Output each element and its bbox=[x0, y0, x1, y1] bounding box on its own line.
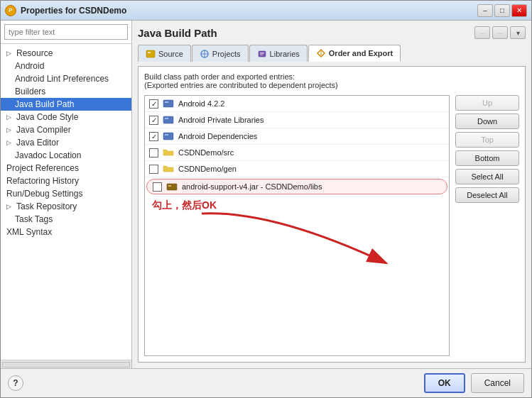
build-list-container: Android 4.2.2 Android Private Libraries bbox=[144, 95, 519, 356]
sidebar-item-label: Java Editor bbox=[16, 138, 59, 148]
sidebar-item-android-lint[interactable]: Android Lint Preferences bbox=[1, 72, 131, 85]
sidebar-item-android[interactable]: Android bbox=[1, 60, 131, 72]
tab-source-label: Source bbox=[158, 50, 183, 58]
svg-rect-0 bbox=[146, 50, 155, 57]
lib-icon bbox=[163, 114, 174, 126]
build-item-label: Android 4.2.2 bbox=[178, 99, 224, 108]
sidebar-item-label: Refactoring History bbox=[6, 176, 79, 186]
minimize-button[interactable]: – bbox=[477, 4, 493, 17]
sidebar-item-java-compiler[interactable]: ▷ Java Compiler bbox=[1, 123, 131, 136]
sidebar-item-refactoring[interactable]: Refactoring History bbox=[1, 175, 131, 187]
lib-icon bbox=[163, 131, 174, 142]
checkbox-support-jar[interactable] bbox=[153, 182, 162, 192]
nav-buttons: ← → ▾ bbox=[474, 26, 526, 39]
content-description: Build class path order and exported entr… bbox=[144, 72, 519, 89]
sidebar-item-xml-syntax[interactable]: XML Syntax bbox=[1, 226, 131, 238]
up-button[interactable]: Up bbox=[455, 95, 519, 111]
sidebar-item-java-editor[interactable]: ▷ Java Editor bbox=[1, 136, 131, 149]
svg-rect-13 bbox=[165, 118, 168, 119]
deselect-all-button[interactable]: Deselect All bbox=[455, 187, 519, 203]
build-item-label: CSDNDemo/src bbox=[178, 148, 234, 157]
tab-libraries[interactable]: Libraries bbox=[249, 45, 308, 62]
jar-icon bbox=[166, 181, 178, 192]
dialog-buttons: OK Cancel bbox=[424, 373, 524, 393]
sidebar-item-label: Builders bbox=[15, 87, 45, 96]
window-title: Properties for CSDNDemo bbox=[21, 6, 473, 16]
sidebar-item-label: Java Build Path bbox=[15, 99, 74, 109]
nav-dropdown-button[interactable]: ▾ bbox=[510, 26, 526, 39]
annotation-arrow bbox=[145, 196, 450, 274]
build-item-private-libs[interactable]: Android Private Libraries bbox=[145, 112, 449, 128]
source-icon bbox=[146, 49, 156, 59]
checkbox-private-libs[interactable] bbox=[149, 116, 158, 125]
svg-rect-11 bbox=[165, 101, 168, 103]
sidebar-item-label: Java Compiler bbox=[16, 125, 71, 135]
cancel-button[interactable]: Cancel bbox=[471, 373, 524, 393]
build-item-src[interactable]: CSDNDemo/src bbox=[145, 145, 449, 161]
bottom-bar: ? OK Cancel bbox=[1, 368, 531, 397]
maximize-button[interactable]: □ bbox=[494, 4, 510, 17]
build-item-support-jar[interactable]: android-support-v4.jar - CSDNDemo/libs bbox=[146, 179, 447, 194]
sidebar-item-builders[interactable]: Builders bbox=[1, 85, 131, 98]
tab-order-export-label: Order and Export bbox=[329, 49, 393, 57]
main-window: P Properties for CSDNDemo – □ ✕ ▷ Resour… bbox=[0, 0, 532, 398]
sidebar-item-label: Resource bbox=[16, 48, 53, 58]
tab-order-export[interactable]: Order and Export bbox=[308, 45, 401, 62]
sidebar-item-run-debug[interactable]: Run/Debug Settings bbox=[1, 187, 131, 200]
svg-rect-16 bbox=[167, 184, 177, 190]
ok-button[interactable]: OK bbox=[424, 373, 465, 393]
close-button[interactable]: ✕ bbox=[511, 4, 527, 17]
bottom-button[interactable]: Bottom bbox=[455, 150, 519, 166]
annotation-text: 勾上，然后OK bbox=[152, 199, 217, 212]
sidebar: ▷ Resource Android Android Lint Preferen… bbox=[1, 21, 132, 368]
build-item-dependencies[interactable]: Android Dependencies bbox=[145, 128, 449, 145]
expand-arrow: ▷ bbox=[6, 114, 13, 121]
sidebar-item-label: Java Code Style bbox=[16, 112, 78, 122]
description-line2: (Exported entries are contributed to dep… bbox=[144, 81, 519, 89]
checkbox-dependencies[interactable] bbox=[149, 132, 158, 141]
sidebar-item-label: XML Syntax bbox=[6, 227, 52, 237]
top-button[interactable]: Top bbox=[455, 132, 519, 148]
svg-rect-6 bbox=[260, 52, 264, 54]
tab-source[interactable]: Source bbox=[138, 45, 191, 62]
sidebar-item-label: Project References bbox=[6, 163, 79, 173]
help-button[interactable]: ? bbox=[8, 375, 23, 391]
sidebar-item-resource[interactable]: ▷ Resource bbox=[1, 47, 131, 60]
sidebar-item-task-repo[interactable]: ▷ Task Repository bbox=[1, 200, 131, 213]
sidebar-item-label: Javadoc Location bbox=[15, 150, 81, 160]
sidebar-item-java-code-style[interactable]: ▷ Java Code Style bbox=[1, 111, 131, 123]
window-icon: P bbox=[5, 5, 16, 16]
expand-arrow: ▷ bbox=[6, 139, 13, 146]
sidebar-hscrollbar[interactable] bbox=[2, 362, 130, 367]
expand-arrow: ▷ bbox=[6, 126, 13, 133]
filter-input[interactable] bbox=[4, 24, 128, 40]
order-export-icon bbox=[316, 48, 326, 58]
checkbox-src[interactable] bbox=[149, 148, 158, 157]
title-bar: P Properties for CSDNDemo – □ ✕ bbox=[1, 1, 531, 21]
checkbox-android422[interactable] bbox=[149, 99, 158, 109]
folder-icon bbox=[163, 163, 174, 175]
panel-header: Java Build Path ← → ▾ bbox=[138, 26, 526, 39]
sidebar-item-task-tags[interactable]: Task Tags bbox=[1, 213, 131, 226]
checkbox-gen[interactable] bbox=[149, 165, 158, 174]
svg-rect-5 bbox=[259, 51, 266, 57]
main-content: ▷ Resource Android Android Lint Preferen… bbox=[1, 21, 531, 368]
build-item-gen[interactable]: CSDNDemo/gen bbox=[145, 161, 449, 177]
content-area: Build class path order and exported entr… bbox=[138, 66, 526, 363]
nav-back-button[interactable]: ← bbox=[474, 26, 490, 39]
folder-icon bbox=[163, 147, 174, 158]
libraries-icon bbox=[257, 49, 267, 59]
action-buttons: Up Down Top Bottom Select All Deselect A… bbox=[455, 95, 519, 356]
select-all-button[interactable]: Select All bbox=[455, 169, 519, 184]
build-item-android422[interactable]: Android 4.2.2 bbox=[145, 96, 449, 112]
sidebar-item-project-refs[interactable]: Project References bbox=[1, 162, 131, 175]
tab-projects[interactable]: Projects bbox=[192, 45, 249, 62]
sidebar-item-java-build-path[interactable]: Java Build Path bbox=[1, 98, 131, 111]
svg-rect-15 bbox=[165, 134, 168, 136]
right-panel: Java Build Path ← → ▾ Source bbox=[132, 21, 531, 368]
down-button[interactable]: Down bbox=[455, 114, 519, 129]
nav-forward-button[interactable]: → bbox=[492, 26, 508, 39]
sidebar-item-label: Android bbox=[15, 61, 44, 71]
projects-icon bbox=[200, 49, 210, 59]
sidebar-item-javadoc[interactable]: Javadoc Location bbox=[1, 149, 131, 162]
